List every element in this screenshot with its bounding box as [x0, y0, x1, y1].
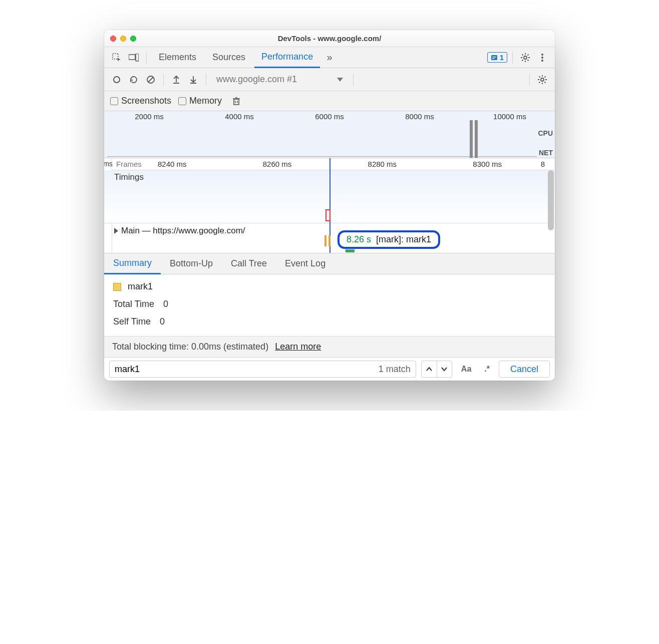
- issues-count: 1: [500, 53, 504, 62]
- svg-point-8: [541, 57, 543, 59]
- tbt-footer: Total blocking time: 0.00ms (estimated) …: [104, 336, 555, 358]
- perf-options: Screenshots Memory: [104, 91, 555, 111]
- window-title: DevTools - www.google.com/: [104, 34, 555, 43]
- match-case-toggle[interactable]: Aa: [457, 365, 475, 374]
- kebab-menu-icon[interactable]: [535, 50, 550, 65]
- tbt-text: Total blocking time: 0.00ms (estimated): [112, 342, 268, 352]
- record-icon[interactable]: [109, 72, 124, 87]
- settings-gear-icon[interactable]: [518, 50, 533, 65]
- search-match-count: 1 match: [379, 364, 411, 375]
- search-input[interactable]: [115, 364, 375, 375]
- tab-bottom-up[interactable]: Bottom-Up: [161, 253, 222, 274]
- task-bar[interactable]: [346, 249, 355, 252]
- details-tabbar: Summary Bottom-Up Call Tree Event Log: [104, 253, 555, 274]
- task-bar[interactable]: [328, 235, 331, 246]
- svg-rect-4: [492, 57, 496, 57]
- issues-badge[interactable]: 1: [487, 52, 507, 63]
- svg-rect-2: [136, 54, 139, 61]
- svg-rect-5: [492, 58, 495, 59]
- expand-caret-icon[interactable]: [114, 228, 118, 234]
- self-time-row: Self Time0: [113, 316, 546, 327]
- tab-event-log[interactable]: Event Log: [276, 253, 335, 274]
- overview-range-handle[interactable]: [470, 120, 476, 158]
- screenshots-checkbox[interactable]: Screenshots: [110, 96, 171, 106]
- total-time-row: Total Time0: [113, 299, 546, 309]
- net-label: NET: [539, 149, 553, 157]
- svg-rect-3: [491, 55, 497, 60]
- tab-call-tree[interactable]: Call Tree: [222, 253, 276, 274]
- svg-point-6: [524, 56, 527, 59]
- devtools-tabbar: Elements Sources Performance » 1: [104, 47, 555, 68]
- capture-settings-gear-icon[interactable]: [535, 72, 550, 87]
- search-bar: 1 match Aa .* Cancel: [104, 358, 555, 381]
- tab-summary[interactable]: Summary: [104, 253, 161, 274]
- perf-toolbar: www.google.com #1: [104, 68, 555, 91]
- search-nav-buttons: [421, 361, 452, 378]
- learn-more-link[interactable]: Learn more: [275, 342, 321, 352]
- tooltip-time: 8.26 s: [347, 234, 371, 245]
- svg-point-9: [541, 60, 543, 62]
- clear-icon[interactable]: [143, 72, 158, 87]
- category-swatch-icon: [113, 283, 121, 291]
- cancel-button[interactable]: Cancel: [499, 361, 550, 378]
- recording-select[interactable]: www.google.com #1: [211, 74, 348, 85]
- search-prev-icon[interactable]: [422, 361, 437, 378]
- timing-marker[interactable]: [325, 209, 331, 221]
- svg-rect-15: [234, 99, 239, 105]
- upload-icon[interactable]: [169, 72, 184, 87]
- timing-tooltip: 8.26 s [mark]: mark1: [338, 230, 440, 249]
- svg-point-7: [541, 54, 543, 56]
- search-next-icon[interactable]: [437, 361, 452, 378]
- task-bar[interactable]: [324, 235, 326, 246]
- summary-name: mark1: [128, 281, 153, 291]
- inspect-element-icon[interactable]: [109, 50, 124, 65]
- trash-icon[interactable]: [229, 94, 244, 109]
- svg-point-14: [541, 78, 544, 81]
- summary-title-row: mark1: [113, 281, 546, 292]
- memory-checkbox[interactable]: Memory: [178, 96, 222, 106]
- tab-performance[interactable]: Performance: [254, 47, 320, 68]
- summary-panel: mark1 Total Time0 Self Time0: [104, 274, 555, 336]
- more-tabs-icon[interactable]: »: [322, 50, 337, 65]
- tab-elements[interactable]: Elements: [152, 47, 203, 68]
- device-toolbar-icon[interactable]: [126, 50, 141, 65]
- overview-pane[interactable]: 2000 ms 4000 ms 6000 ms 8000 ms 10000 ms…: [104, 111, 555, 158]
- regex-toggle[interactable]: .*: [480, 365, 494, 374]
- titlebar: DevTools - www.google.com/: [104, 30, 555, 47]
- vertical-scrollbar[interactable]: [548, 170, 554, 230]
- cpu-label: CPU: [538, 129, 553, 137]
- tab-sources[interactable]: Sources: [205, 47, 252, 68]
- search-input-wrap: 1 match: [109, 361, 416, 378]
- overview-ticks: 2000 ms 4000 ms 6000 ms 8000 ms 10000 ms: [104, 111, 555, 121]
- tooltip-text: [mark]: mark1: [376, 234, 431, 245]
- dropdown-caret-icon: [337, 78, 343, 82]
- download-icon[interactable]: [186, 72, 201, 87]
- flamechart-pane[interactable]: ms Frames 8240 ms 8260 ms 8280 ms 8300 m…: [104, 158, 555, 253]
- svg-rect-1: [129, 55, 135, 60]
- svg-line-11: [148, 77, 153, 82]
- reload-icon[interactable]: [126, 72, 141, 87]
- devtools-window: DevTools - www.google.com/ Elements Sour…: [104, 30, 555, 381]
